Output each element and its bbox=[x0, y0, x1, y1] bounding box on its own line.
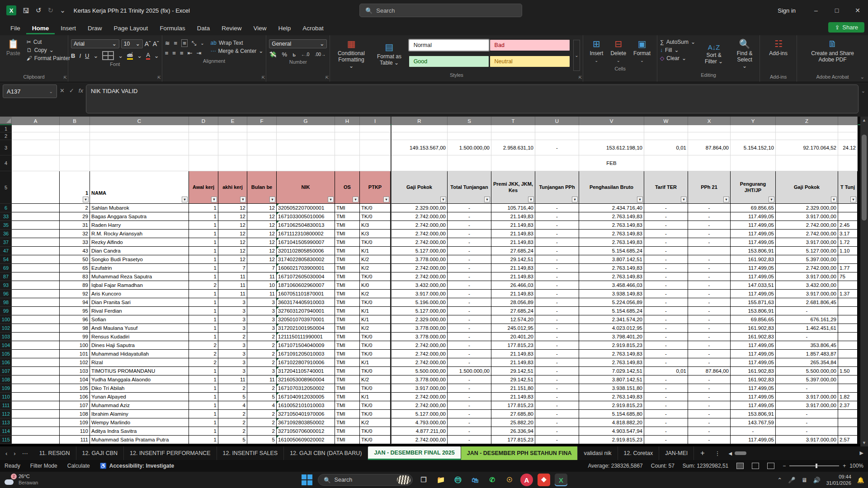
cell[interactable]: - bbox=[448, 333, 491, 341]
cell[interactable]: 3.807.142,51 bbox=[579, 375, 644, 384]
cell[interactable]: 245.012,95 bbox=[491, 324, 535, 333]
cell[interactable]: 1 bbox=[189, 238, 218, 247]
cell[interactable]: - bbox=[688, 307, 731, 315]
cell[interactable]: 12 bbox=[247, 238, 277, 247]
cell[interactable]: TK/0 bbox=[360, 333, 391, 341]
column-header-X[interactable]: X bbox=[688, 117, 731, 125]
cell[interactable]: Muhammad Hidayatullah bbox=[90, 350, 189, 358]
cell[interactable]: - bbox=[535, 272, 579, 281]
cell[interactable]: K/2 bbox=[360, 375, 391, 384]
autosum-button[interactable]: ∑AutoSum ⌄ bbox=[660, 39, 695, 45]
filter-header-bulan-be[interactable]: Bulan be▾ bbox=[247, 171, 277, 204]
cell[interactable]: - bbox=[644, 264, 688, 272]
cell[interactable]: 3.458.466,03 bbox=[579, 281, 644, 290]
cell[interactable]: 3 bbox=[218, 350, 247, 358]
cell[interactable] bbox=[189, 132, 218, 140]
search-box[interactable]: 🔍 Search bbox=[359, 4, 522, 17]
cell[interactable] bbox=[491, 132, 535, 140]
nik-cell[interactable]: 1671041505990007 bbox=[277, 238, 335, 247]
row-header-69[interactable]: 69 bbox=[0, 264, 12, 272]
cell[interactable]: 7 bbox=[247, 264, 277, 272]
cell[interactable]: - bbox=[448, 221, 491, 230]
cell[interactable] bbox=[12, 204, 60, 212]
cell[interactable]: - bbox=[535, 436, 579, 444]
cell[interactable]: 3 bbox=[247, 324, 277, 333]
cell[interactable]: K/2 bbox=[360, 264, 391, 272]
cell[interactable]: 117.499,05 bbox=[731, 272, 776, 281]
cell[interactable] bbox=[392, 132, 448, 140]
cell[interactable]: TK/0 bbox=[360, 238, 391, 247]
cell[interactable]: - bbox=[688, 281, 731, 290]
cell[interactable]: Aditya Indra Savitra bbox=[90, 427, 189, 436]
confirm-entry-icon[interactable]: ✓ bbox=[69, 87, 74, 94]
cell[interactable]: TK/0 bbox=[360, 350, 391, 358]
cell[interactable]: 2 bbox=[189, 358, 218, 367]
cell[interactable]: 21.149,83 bbox=[491, 238, 535, 247]
cell[interactable] bbox=[392, 125, 448, 132]
cell[interactable]: 155.871,63 bbox=[731, 298, 776, 307]
filter-dropdown-icon[interactable]: ▾ bbox=[572, 197, 578, 202]
task-view-button[interactable]: ❐ bbox=[417, 474, 430, 486]
cell[interactable]: 2.763.149,83 bbox=[579, 238, 644, 247]
cell[interactable] bbox=[12, 272, 60, 281]
cell[interactable] bbox=[838, 324, 858, 333]
cell[interactable]: 2 bbox=[218, 410, 247, 418]
cell[interactable]: - bbox=[644, 290, 688, 298]
cell[interactable]: - bbox=[448, 418, 491, 427]
cell[interactable]: 1 bbox=[189, 367, 218, 375]
filter-header-akhi-kerj[interactable]: akhi kerj▼ bbox=[218, 171, 247, 204]
cell[interactable]: 1 bbox=[189, 230, 218, 238]
cell[interactable]: - bbox=[688, 204, 731, 212]
cell[interactable]: 3 bbox=[218, 324, 247, 333]
scroll-up-icon[interactable]: ▲ bbox=[862, 117, 866, 124]
cell[interactable] bbox=[12, 375, 60, 384]
number-dialog-launcher[interactable]: ⇱ bbox=[326, 75, 329, 80]
cell[interactable]: 2 bbox=[189, 350, 218, 358]
column-header-A[interactable]: A bbox=[12, 117, 60, 125]
cell[interactable] bbox=[535, 132, 579, 140]
cell[interactable]: 3.917.000,00 bbox=[776, 290, 838, 298]
cell[interactable]: 161.902,83 bbox=[731, 255, 776, 264]
align-bottom-icon[interactable]: ≡ bbox=[181, 39, 188, 47]
cell[interactable]: 2.742.000,00 bbox=[392, 221, 448, 230]
cell[interactable]: 5.127.000,00 bbox=[776, 247, 838, 255]
cell[interactable]: Rival Ferdian bbox=[90, 307, 189, 315]
cell[interactable]: 5.500.000,00 bbox=[776, 367, 838, 375]
cell[interactable]: - bbox=[688, 264, 731, 272]
cell[interactable]: TK/0 bbox=[360, 436, 391, 444]
cell[interactable]: Yunan Alpayed bbox=[90, 393, 189, 401]
cell[interactable]: 96 bbox=[60, 315, 90, 324]
cell[interactable]: - bbox=[688, 427, 731, 436]
cell[interactable]: - bbox=[644, 272, 688, 281]
cell[interactable]: TK/0 bbox=[360, 367, 391, 375]
cell[interactable]: 12 bbox=[247, 230, 277, 238]
row-header-5[interactable]: 5 bbox=[0, 171, 12, 204]
cell[interactable]: - bbox=[644, 307, 688, 315]
cell[interactable]: 117.499,05 bbox=[731, 436, 776, 444]
cell[interactable]: 1 bbox=[189, 204, 218, 212]
filter-dropdown-icon[interactable]: ▾ bbox=[681, 197, 687, 202]
cell[interactable]: - bbox=[644, 255, 688, 264]
cell[interactable]: Dines Haji Saputra bbox=[90, 341, 189, 350]
cell[interactable]: 1.72 bbox=[838, 238, 858, 247]
cell[interactable]: 1 bbox=[189, 264, 218, 272]
nik-cell[interactable]: 3205052207000001 bbox=[277, 204, 335, 212]
cell[interactable]: TK/0 bbox=[360, 341, 391, 350]
ribbon-tab-draw[interactable]: Draw bbox=[82, 22, 108, 34]
column-header-G[interactable]: G bbox=[277, 117, 335, 125]
cell[interactable]: - bbox=[535, 247, 579, 255]
nik-cell[interactable]: 3276031207940001 bbox=[277, 307, 335, 315]
cell[interactable]: 89 bbox=[60, 281, 90, 290]
cell[interactable]: - bbox=[448, 384, 491, 393]
row-header-115[interactable]: 115 bbox=[0, 436, 12, 444]
cell[interactable]: 4.877.211,00 bbox=[392, 427, 448, 436]
zoom-in-icon[interactable]: + bbox=[843, 463, 846, 469]
cell[interactable]: 2.742.000,00 bbox=[776, 221, 838, 230]
cell[interactable]: 4.818.882,20 bbox=[579, 418, 644, 427]
cell[interactable]: Ibrahim Alaminy bbox=[90, 410, 189, 418]
cell[interactable] bbox=[448, 132, 491, 140]
cell[interactable]: 2.742.000,00 bbox=[392, 264, 448, 272]
cell[interactable]: 5.127.000,00 bbox=[392, 247, 448, 255]
cell[interactable]: TMI bbox=[335, 436, 360, 444]
row-header-93[interactable]: 93 bbox=[0, 281, 12, 290]
